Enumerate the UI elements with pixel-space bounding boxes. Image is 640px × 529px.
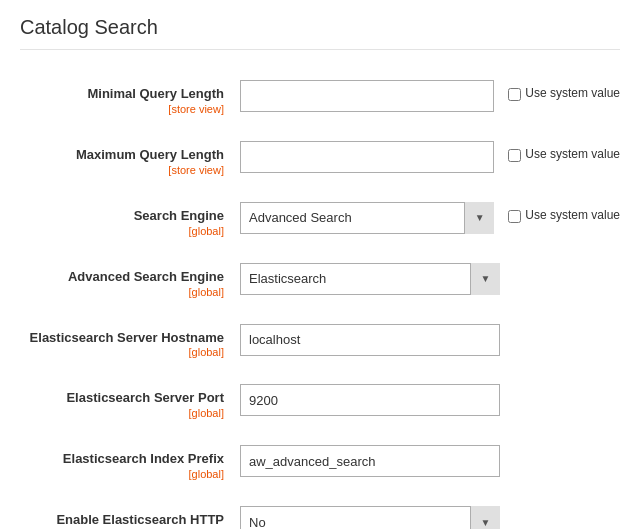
field-scope-search-engine: [global] <box>20 225 224 237</box>
field-scope-elasticsearch-server-port: [global] <box>20 407 224 419</box>
field-label-elasticsearch-server-hostname: Elasticsearch Server Hostname <box>20 330 224 347</box>
system-value-label-maximum-query-length: Use system value <box>525 147 620 161</box>
field-scope-advanced-search-engine: [global] <box>20 286 224 298</box>
field-label-search-engine: Search Engine <box>20 208 224 225</box>
field-label-enable-elasticsearch-http: Enable Elasticsearch HTTP <box>20 512 224 529</box>
system-value-checkbox-minimal-query-length[interactable] <box>508 88 521 101</box>
select-enable-elasticsearch-http[interactable]: NoYes <box>240 506 500 529</box>
input-maximum-query-length[interactable] <box>240 141 494 173</box>
catalog-search-form: Minimal Query Length[store view]Use syst… <box>20 74 620 529</box>
select-advanced-search-engine[interactable]: ElasticsearchSolr <box>240 263 500 295</box>
select-search-engine[interactable]: Advanced SearchMySQL FulltextElasticsear… <box>240 202 494 234</box>
input-elasticsearch-index-prefix[interactable] <box>240 445 500 477</box>
input-elasticsearch-server-hostname[interactable] <box>240 324 500 356</box>
system-value-checkbox-search-engine[interactable] <box>508 210 521 223</box>
field-label-elasticsearch-index-prefix: Elasticsearch Index Prefix <box>20 451 224 468</box>
system-value-label-minimal-query-length: Use system value <box>525 86 620 100</box>
field-scope-elasticsearch-server-hostname: [global] <box>20 346 224 358</box>
field-label-minimal-query-length: Minimal Query Length <box>20 86 224 103</box>
page-title: Catalog Search <box>20 16 620 50</box>
form-row-enable-elasticsearch-http: Enable Elasticsearch HTTP[global]NoYes▼ <box>20 500 620 529</box>
form-row-elasticsearch-server-hostname: Elasticsearch Server Hostname[global] <box>20 318 620 365</box>
field-label-advanced-search-engine: Advanced Search Engine <box>20 269 224 286</box>
input-minimal-query-length[interactable] <box>240 80 494 112</box>
input-elasticsearch-server-port[interactable] <box>240 384 500 416</box>
field-scope-minimal-query-length: [store view] <box>20 103 224 115</box>
system-value-label-search-engine: Use system value <box>525 208 620 222</box>
form-row-advanced-search-engine: Advanced Search Engine[global]Elasticsea… <box>20 257 620 304</box>
form-row-minimal-query-length: Minimal Query Length[store view]Use syst… <box>20 74 620 121</box>
field-scope-maximum-query-length: [store view] <box>20 164 224 176</box>
system-value-checkbox-maximum-query-length[interactable] <box>508 149 521 162</box>
field-scope-elasticsearch-index-prefix: [global] <box>20 468 224 480</box>
field-label-elasticsearch-server-port: Elasticsearch Server Port <box>20 390 224 407</box>
field-label-maximum-query-length: Maximum Query Length <box>20 147 224 164</box>
form-row-maximum-query-length: Maximum Query Length[store view]Use syst… <box>20 135 620 182</box>
form-row-elasticsearch-index-prefix: Elasticsearch Index Prefix[global] <box>20 439 620 486</box>
form-row-elasticsearch-server-port: Elasticsearch Server Port[global] <box>20 378 620 425</box>
form-row-search-engine: Search Engine[global]Advanced SearchMySQ… <box>20 196 620 243</box>
